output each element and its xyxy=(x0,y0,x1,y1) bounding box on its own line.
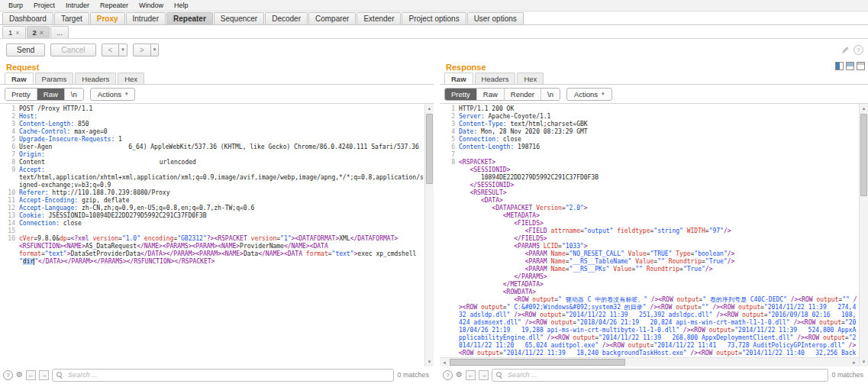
menu-item-intruder[interactable]: Intruder xyxy=(60,2,95,9)
response-scrollbar-thumb[interactable] xyxy=(860,114,867,196)
history-back-dropdown[interactable]: ▾ xyxy=(119,44,127,56)
response-tab-hex[interactable]: Hex xyxy=(517,73,544,84)
code-line: 14Connection: close xyxy=(0,220,424,227)
response-tab-raw[interactable]: Raw xyxy=(444,73,473,84)
tab-dashboard[interactable]: Dashboard xyxy=(2,12,53,24)
code-line: 1HTTP/1.1 200 OK xyxy=(440,105,859,113)
repeater-tab-label: 2 xyxy=(33,28,37,37)
search-help-icon[interactable]: ? xyxy=(3,370,13,380)
history-forward-button[interactable]: > xyxy=(133,44,151,56)
tab-extender[interactable]: Extender xyxy=(357,12,401,24)
response-editor[interactable]: 1HTTP/1.1 200 OK2Server: Apache-Coyote/1… xyxy=(440,103,868,366)
response-editor-toolbar: PrettyRawRender\n Actions ▾ xyxy=(440,85,868,103)
response-content[interactable]: 1HTTP/1.1 200 OK2Server: Apache-Coyote/1… xyxy=(440,104,859,357)
close-icon[interactable]: × xyxy=(15,29,19,37)
search-settings-icon[interactable]: ⚙ xyxy=(16,371,23,379)
request-actions-button[interactable]: Actions ▾ xyxy=(90,88,136,101)
response-view-pretty[interactable]: Pretty xyxy=(445,89,477,100)
code-line: 9Accept: text/html,application/xhtml+xml… xyxy=(0,166,424,189)
repeater-tab-more[interactable]: ... xyxy=(50,26,69,38)
tab-intruder[interactable]: Intruder xyxy=(126,12,166,24)
scroll-down-icon[interactable]: ▼ xyxy=(860,357,868,366)
tab-target[interactable]: Target xyxy=(54,12,89,24)
request-tab-params[interactable]: Params xyxy=(35,73,74,84)
request-tab-headers[interactable]: Headers xyxy=(75,73,116,84)
send-button[interactable]: Send xyxy=(6,44,45,56)
menu-item-window[interactable]: Window xyxy=(134,2,169,9)
response-hscrollbar-thumb[interactable] xyxy=(450,359,625,366)
line-number xyxy=(440,235,459,243)
code-line: <PARAM Name="NO_RESET_CALL" Value="TRUE"… xyxy=(440,250,859,258)
previous-match-button[interactable]: ← xyxy=(466,370,476,380)
repeater-tab-2[interactable]: 2× xyxy=(27,26,50,38)
line-number xyxy=(440,197,459,205)
chevron-down-icon: ▾ xyxy=(153,47,156,53)
response-search-bar: ? ⚙ ← → 0 matches xyxy=(440,366,868,384)
response-vertical-scrollbar[interactable]: ▲ ▼ xyxy=(859,104,868,366)
history-back-group: < ▾ xyxy=(102,44,127,56)
scroll-up-icon[interactable]: ▲ xyxy=(425,104,434,113)
request-tab-raw[interactable]: Raw xyxy=(5,73,34,84)
previous-match-button[interactable]: ← xyxy=(26,370,36,380)
close-icon[interactable]: × xyxy=(40,29,44,37)
response-view-raw[interactable]: Raw xyxy=(477,89,505,100)
layout-rows-button[interactable] xyxy=(846,62,854,70)
scroll-up-icon[interactable]: ▲ xyxy=(860,104,868,113)
code-text: Origin: xyxy=(19,151,424,159)
next-match-button[interactable]: → xyxy=(39,370,49,380)
request-content[interactable]: 1POST /Proxy HTTP/1.12Host: 3Content-Len… xyxy=(0,104,424,366)
code-text: <FIELDS> xyxy=(459,220,859,227)
response-horizontal-scrollbar[interactable]: ◄ ► xyxy=(440,357,859,366)
edit-target-icon[interactable] xyxy=(841,47,849,54)
response-view-n[interactable]: \n xyxy=(541,89,560,100)
tab-project-options[interactable]: Project options xyxy=(402,12,466,24)
scroll-down-icon[interactable]: ▼ xyxy=(425,357,434,366)
response-tab-headers[interactable]: Headers xyxy=(475,73,516,84)
code-text: </PARAMS> xyxy=(459,273,859,281)
line-number xyxy=(440,296,459,357)
menu-item-help[interactable]: Help xyxy=(169,2,194,9)
menu-item-project[interactable]: Project xyxy=(28,2,60,9)
layout-buttons xyxy=(835,62,865,70)
code-line: 6Content-Length: 198716 xyxy=(440,144,859,151)
response-actions-button[interactable]: Actions ▾ xyxy=(566,88,612,101)
tab-decoder[interactable]: Decoder xyxy=(265,12,308,24)
tab-comparer[interactable]: Comparer xyxy=(308,12,356,24)
response-view-render[interactable]: Render xyxy=(505,89,541,100)
request-scrollbar-thumb[interactable] xyxy=(426,114,433,184)
request-editor[interactable]: 1POST /Proxy HTTP/1.12Host: 3Content-Len… xyxy=(0,103,434,366)
request-view-n[interactable]: \n xyxy=(65,89,83,100)
layout-tabs-button[interactable] xyxy=(857,62,865,70)
menu-item-burp[interactable]: Burp xyxy=(3,2,28,9)
scroll-right-icon[interactable]: ► xyxy=(850,358,859,366)
tab-proxy[interactable]: Proxy xyxy=(90,12,125,24)
scroll-left-icon[interactable]: ◄ xyxy=(440,358,449,366)
request-view-raw[interactable]: Raw xyxy=(37,89,65,100)
request-vertical-scrollbar[interactable]: ▲ ▼ xyxy=(424,104,434,366)
code-text: Content-Length: 198716 xyxy=(459,144,859,151)
code-text: <PARAMS LCID="1033"> xyxy=(459,243,859,250)
code-line: <FIELD attrname="output" fieldtype="stri… xyxy=(440,227,859,235)
tab-sequencer[interactable]: Sequencer xyxy=(214,12,264,24)
history-forward-dropdown[interactable]: ▾ xyxy=(151,44,160,56)
code-line: <FIELDS> xyxy=(440,220,859,227)
next-match-button[interactable]: → xyxy=(479,370,489,380)
cancel-button[interactable]: Cancel xyxy=(50,44,95,56)
tab-repeater[interactable]: Repeater xyxy=(166,12,213,24)
tab-user-options[interactable]: User options xyxy=(467,12,524,24)
response-search-input[interactable] xyxy=(506,370,824,379)
request-view-pretty[interactable]: Pretty xyxy=(5,89,37,100)
redacted-area xyxy=(52,148,128,149)
history-back-button[interactable]: < xyxy=(102,44,120,56)
request-search-input[interactable] xyxy=(66,370,390,379)
search-settings-icon[interactable]: ⚙ xyxy=(456,371,463,379)
search-help-icon[interactable]: ? xyxy=(443,370,453,380)
menu-item-repeater[interactable]: Repeater xyxy=(95,2,134,9)
help-icon[interactable]: ? xyxy=(853,45,863,55)
request-tab-hex[interactable]: Hex xyxy=(118,73,144,84)
code-text xyxy=(19,227,424,235)
hscroll-track[interactable] xyxy=(449,358,850,366)
repeater-tab-1[interactable]: 1× xyxy=(2,26,26,38)
layout-columns-button[interactable] xyxy=(835,62,844,70)
burp-suite-window: BurpProjectIntruderRepeaterWindowHelp Da… xyxy=(0,0,868,384)
